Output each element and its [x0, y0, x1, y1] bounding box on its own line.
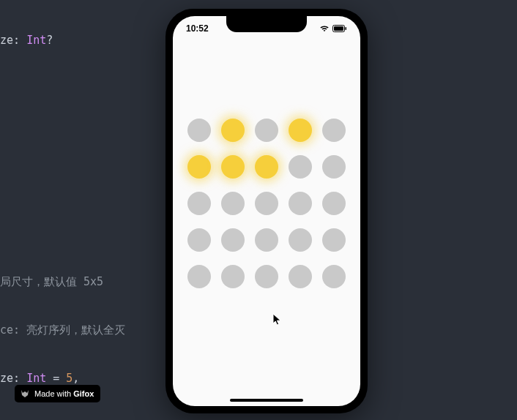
status-icons — [319, 25, 347, 32]
light-cell-off[interactable] — [187, 228, 211, 252]
code-token: Int — [26, 372, 46, 385]
light-cell-on[interactable] — [289, 119, 312, 142]
code-token: ? — [46, 34, 53, 47]
light-row — [187, 265, 346, 288]
light-cell-off[interactable] — [187, 119, 211, 142]
gifox-label: Made with Gifox — [34, 389, 94, 398]
light-row — [187, 155, 346, 179]
light-cell-off[interactable] — [322, 155, 346, 179]
gifox-prefix: Made with — [34, 389, 73, 398]
light-cell-on[interactable] — [187, 155, 211, 179]
gifox-fox-icon — [20, 389, 30, 399]
light-cell-off[interactable] — [289, 155, 312, 179]
light-cell-off[interactable] — [255, 265, 278, 288]
code-token: ze — [0, 372, 13, 385]
gifox-brand: Gifox — [73, 389, 94, 398]
light-cell-off[interactable] — [221, 265, 245, 288]
code-comment: 局尺寸，默认值 5x5 — [0, 275, 103, 288]
light-cell-off[interactable] — [322, 192, 346, 215]
light-cell-on[interactable] — [255, 155, 278, 179]
svg-rect-1 — [334, 26, 343, 31]
light-cell-off[interactable] — [221, 228, 245, 252]
light-cell-off[interactable] — [322, 228, 346, 252]
light-cell-off[interactable] — [187, 192, 211, 215]
code-token: : — [13, 372, 26, 385]
code-token: = — [46, 372, 66, 385]
light-cell-off[interactable] — [289, 265, 312, 288]
light-cell-off[interactable] — [289, 228, 312, 252]
svg-rect-2 — [346, 27, 347, 30]
light-cell-off[interactable] — [289, 192, 312, 215]
gifox-badge[interactable]: Made with Gifox — [15, 385, 100, 402]
battery-icon — [332, 25, 347, 32]
home-indicator[interactable] — [230, 399, 303, 402]
light-cell-off[interactable] — [221, 192, 245, 215]
iphone-notch — [226, 16, 307, 32]
light-grid[interactable] — [173, 119, 360, 288]
light-cell-off[interactable] — [255, 192, 278, 215]
code-comment: : 亮灯序列，默认全灭 — [13, 323, 125, 337]
light-row — [187, 228, 346, 252]
code-token: , — [72, 372, 79, 385]
iphone-screen: 10:52 — [173, 16, 360, 406]
light-cell-off[interactable] — [255, 228, 278, 252]
light-cell-off[interactable] — [187, 265, 211, 288]
light-cell-on[interactable] — [221, 155, 245, 179]
light-cell-off[interactable] — [322, 119, 346, 142]
code-token: Int — [26, 34, 46, 47]
light-cell-on[interactable] — [221, 119, 245, 142]
wifi-icon — [319, 25, 330, 32]
light-row — [187, 192, 346, 215]
light-cell-off[interactable] — [255, 119, 278, 142]
iphone-frame: 10:52 — [165, 9, 368, 413]
code-token: : — [13, 34, 26, 47]
light-cell-off[interactable] — [322, 265, 346, 288]
status-time: 10:52 — [186, 23, 209, 34]
code-comment: ce — [0, 323, 13, 337]
light-row — [187, 119, 346, 142]
code-token: ze — [0, 34, 13, 47]
code-token: 5 — [66, 372, 72, 385]
